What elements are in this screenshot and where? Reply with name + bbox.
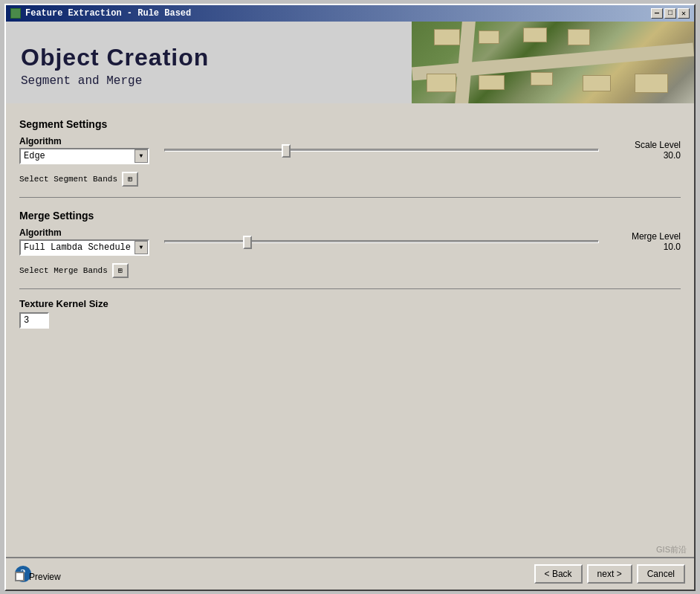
divider-2	[19, 288, 681, 289]
building-8	[583, 75, 611, 91]
header-image	[412, 22, 694, 103]
merge-algorithm-dropdown[interactable]: Full Lambda ScheduleFast Lambda Schedule…	[19, 239, 149, 256]
cancel-button-label: Cancel	[647, 569, 675, 579]
merge-algorithm-label: Algorithm	[19, 227, 149, 238]
building-5	[427, 74, 456, 92]
window-title: Feature Extraction - Rule Based	[25, 8, 191, 19]
minimize-button[interactable]: —	[651, 8, 663, 19]
header-banner: Object Creation Segment and Merge	[6, 22, 694, 103]
building-4	[568, 29, 590, 45]
app-icon	[10, 8, 21, 19]
merge-algorithm-row: Algorithm Full Lambda ScheduleFast Lambd…	[19, 227, 681, 256]
segment-scale-level-value: 30.0	[664, 150, 681, 161]
select-merge-bands-label: Select Merge Bands	[19, 266, 108, 275]
merge-level-slider-track[interactable]	[164, 240, 599, 243]
next-button[interactable]: next >	[587, 564, 632, 584]
segment-algorithm-label: Algorithm	[19, 136, 149, 146]
bottom-bar: ? Preview < Back next > Cancel	[6, 557, 694, 590]
next-button-label: next >	[597, 569, 622, 579]
merge-scale-group: Merge Level 10.0	[157, 231, 681, 252]
header-text: Object Creation Segment and Merge	[6, 22, 412, 103]
merge-level-label: Merge Level	[632, 231, 681, 242]
merge-bands-row: Select Merge Bands ⊞	[19, 263, 681, 278]
building-2	[479, 30, 499, 44]
select-segment-bands-button[interactable]: ⊞	[122, 172, 138, 187]
building-3	[523, 28, 547, 42]
segment-bands-row: Select Segment Bands ⊞	[19, 172, 681, 187]
preview-label: Preview	[29, 572, 61, 582]
divider-1	[19, 197, 681, 198]
preview-checkbox[interactable]	[15, 572, 25, 581]
select-segment-bands-label: Select Segment Bands	[19, 175, 117, 184]
cancel-button[interactable]: Cancel	[637, 564, 685, 584]
merge-level-value: 10.0	[664, 242, 681, 252]
segment-algorithm-dropdown[interactable]: EdgeWatershedMultiresolution	[19, 148, 149, 164]
segment-algorithm-row: Algorithm EdgeWatershedMultiresolution ▼…	[19, 136, 681, 164]
building-6	[479, 75, 505, 90]
segment-settings-title: Segment Settings	[19, 118, 681, 130]
header-subtitle: Segment and Merge	[21, 74, 397, 88]
main-window: Feature Extraction - Rule Based — □ ✕ Ob…	[4, 4, 696, 591]
merge-level-slider-thumb[interactable]	[243, 236, 252, 249]
merge-bands-icon: ⊞	[118, 266, 123, 275]
title-bar: Feature Extraction - Rule Based — □ ✕	[6, 5, 694, 22]
texture-kernel-input[interactable]	[19, 312, 49, 329]
building-7	[531, 72, 553, 85]
bottom-right: < Back next > Cancel	[534, 564, 685, 584]
back-button-label: < Back	[545, 569, 572, 579]
title-bar-left: Feature Extraction - Rule Based	[10, 8, 191, 19]
segment-algorithm-dropdown-wrapper: EdgeWatershedMultiresolution ▼	[19, 148, 149, 164]
segment-scale-label-group: Scale Level 30.0	[606, 140, 681, 161]
maximize-button[interactable]: □	[664, 8, 676, 19]
merge-settings-title: Merge Settings	[19, 210, 681, 222]
segment-scale-slider-thumb[interactable]	[282, 144, 291, 158]
content-area: Segment Settings Algorithm EdgeWatershed…	[6, 103, 694, 557]
merge-scale-label-group: Merge Level 10.0	[606, 231, 681, 252]
segment-scale-slider-track[interactable]	[164, 149, 599, 152]
texture-section: Texture Kernel Size	[19, 298, 681, 329]
select-merge-bands-button[interactable]: ⊞	[112, 263, 129, 278]
header-title: Object Creation	[21, 44, 397, 71]
building-9	[635, 74, 668, 93]
merge-algorithm-dropdown-wrapper: Full Lambda ScheduleFast Lambda Schedule…	[19, 239, 149, 256]
texture-kernel-label: Texture Kernel Size	[19, 298, 681, 309]
close-button[interactable]: ✕	[678, 8, 690, 19]
back-button[interactable]: < Back	[534, 564, 583, 584]
segment-scale-group: Scale Level 30.0	[157, 140, 681, 161]
segment-bands-icon: ⊞	[128, 175, 132, 184]
segment-scale-level-label: Scale Level	[635, 140, 681, 150]
building-1	[434, 29, 460, 45]
title-bar-buttons: — □ ✕	[651, 8, 690, 19]
